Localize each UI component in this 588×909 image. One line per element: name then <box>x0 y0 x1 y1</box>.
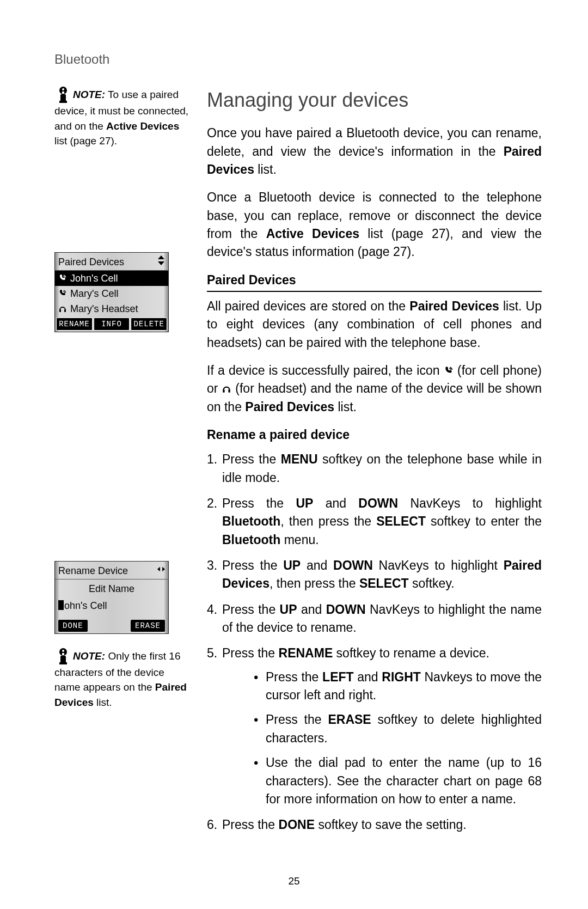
text: menu. <box>280 533 318 547</box>
updown-arrow-icon <box>157 255 165 269</box>
lcd-rename-device: Rename Device Edit Name ohn's Cell DONE … <box>54 561 169 634</box>
text: and <box>301 558 333 572</box>
paragraph: All paired devices are stored on the Pai… <box>207 297 542 352</box>
step-item: Press the MENU softkey on the telephone … <box>207 450 542 487</box>
bold-text: Active Devices <box>266 227 359 241</box>
svg-marker-9 <box>157 567 160 571</box>
text: Press the <box>266 712 328 727</box>
bold-text: ERASE <box>328 712 371 727</box>
bold-text: MENU <box>281 452 318 466</box>
text: Use the dial pad to enter the name (up t… <box>266 755 542 806</box>
text: softkey to save the setting. <box>315 818 467 832</box>
note-label: NOTE: <box>73 650 105 662</box>
bullet-item: Press the LEFT and RIGHT Navkeys to move… <box>254 668 542 705</box>
text: Press the <box>222 818 279 832</box>
bold-text: RENAME <box>279 646 333 660</box>
bold-text: Bluetooth <box>222 514 280 528</box>
text: softkey. <box>409 576 455 590</box>
leftright-arrow-icon <box>157 564 165 578</box>
text: , then press the <box>280 514 376 528</box>
svg-rect-12 <box>60 656 66 663</box>
note-text: list. <box>94 697 112 708</box>
phone-signal-icon <box>58 289 67 298</box>
lcd-softkey-row: RENAME INFO DELETE <box>55 316 168 332</box>
paragraph: If a device is successfully paired, the … <box>207 362 542 416</box>
subsection-heading: Rename a paired device <box>207 426 542 444</box>
step-item: Press the UP and DOWN NavKeys to highlig… <box>207 557 542 593</box>
text-cursor <box>58 600 64 610</box>
text: Press the <box>222 452 281 466</box>
phone-signal-icon <box>444 363 454 377</box>
sidebar: NOTE: To use a paired device, it must be… <box>54 86 191 842</box>
bold-text: RIGHT <box>382 670 421 684</box>
svg-rect-17 <box>229 389 230 393</box>
text: Press the <box>222 558 283 572</box>
text: list. <box>334 400 357 414</box>
lcd-row-label: John's Cell <box>70 271 118 285</box>
lcd-title-row: Paired Devices <box>55 253 168 271</box>
softkey-done: DONE <box>58 620 88 632</box>
bold-text: Paired Devices <box>409 299 499 313</box>
headset-icon <box>58 304 67 313</box>
softkey-info: INFO <box>94 318 130 331</box>
text: All paired devices are stored on the <box>207 299 409 313</box>
svg-point-14 <box>62 650 64 652</box>
bold-text: UP <box>283 558 301 572</box>
text: Press the <box>222 496 296 510</box>
lcd-subtitle: Edit Name <box>55 579 168 597</box>
softkey-rename: RENAME <box>56 318 93 331</box>
svg-marker-6 <box>158 261 164 265</box>
headset-icon <box>222 381 231 395</box>
bold-text: DONE <box>279 818 315 832</box>
bold-text: DOWN <box>333 558 373 572</box>
svg-rect-1 <box>60 94 66 102</box>
bold-text: DOWN <box>358 496 398 510</box>
svg-rect-2 <box>59 101 67 103</box>
lcd-row-label: Mary's Cell <box>70 286 118 301</box>
svg-marker-10 <box>162 567 165 571</box>
text: and <box>354 670 382 684</box>
section-heading: Paired Devices <box>207 271 542 292</box>
text: Press the <box>222 646 279 660</box>
lcd-row: Mary's Headset <box>55 301 168 316</box>
page-number: 25 <box>0 875 588 887</box>
text: and <box>313 496 358 510</box>
bold-text: LEFT <box>322 670 354 684</box>
step-item: Press the UP and DOWN NavKeys to highlig… <box>207 495 542 549</box>
main-content: Managing your devices Once you have pair… <box>207 86 542 842</box>
text: and <box>297 602 326 617</box>
step-item: Press the RENAME softkey to rename a dev… <box>207 644 542 808</box>
softkey-erase: ERASE <box>131 620 165 632</box>
text: Press the <box>266 670 322 684</box>
bold-text: UP <box>280 602 297 617</box>
note-bold: Active Devices <box>106 120 179 132</box>
text: softkey to rename a device. <box>333 646 489 660</box>
paragraph: Once a Bluetooth device is connected to … <box>207 188 542 261</box>
lcd-softkey-row: DONE ERASE <box>55 618 168 633</box>
softkey-delete: DELETE <box>131 318 167 331</box>
lcd-paired-devices: Paired Devices John's Cell Mary's Cell <box>54 252 169 333</box>
lcd-row-label: Mary's Headset <box>70 302 138 316</box>
phone-signal-icon <box>58 274 67 283</box>
svg-rect-8 <box>64 309 66 312</box>
bold-text: SELECT <box>376 514 426 528</box>
lcd-title: Rename Device <box>58 564 128 578</box>
text: softkey to enter the <box>426 514 542 528</box>
step-item: Press the DONE softkey to save the setti… <box>207 816 542 834</box>
lcd-row-selected: John's Cell <box>55 271 168 286</box>
lcd-row: Mary's Cell <box>55 286 168 301</box>
svg-marker-5 <box>158 255 164 259</box>
bold-text: SELECT <box>359 576 409 590</box>
paragraph: Once you have paired a Bluetooth device,… <box>207 124 542 179</box>
lcd-edit-value: ohn's Cell <box>64 600 107 611</box>
lcd-title: Paired Devices <box>58 255 124 269</box>
lcd-edit-field: ohn's Cell <box>55 597 168 618</box>
step-list: Press the MENU softkey on the telephone … <box>207 450 542 834</box>
note-block-1: NOTE: To use a paired device, it must be… <box>54 86 191 149</box>
svg-rect-16 <box>223 389 225 393</box>
text: NavKeys to highlight <box>373 558 504 572</box>
page-title: Managing your devices <box>207 86 542 114</box>
svg-rect-13 <box>59 662 67 664</box>
bold-text: DOWN <box>326 602 366 617</box>
svg-rect-15 <box>62 653 64 655</box>
